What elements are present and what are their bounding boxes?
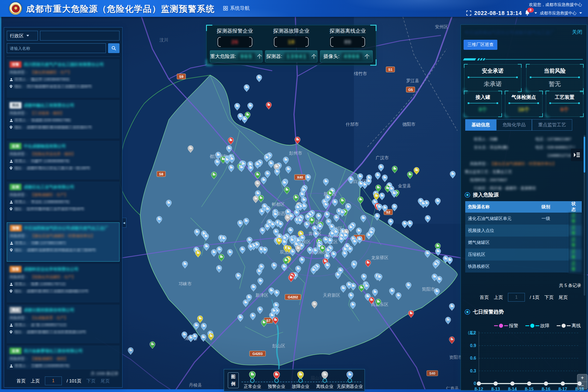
hazard-table-row[interactable]: 液化石油气储罐区单元一级正常 (465, 213, 582, 225)
3d-patrol-button[interactable]: 三维厂区巡查 (464, 40, 497, 50)
hazard-table-row[interactable]: 压缩机区正常 (465, 249, 582, 261)
company-card-title-row: 监测四川金象赛瑞化工股份有限公司 (10, 348, 117, 354)
legend-node-icon (250, 378, 255, 383)
company-card-title-row: 离线成都云图控股股份有限公司 (10, 307, 117, 313)
map-legend: 图例 正常企业预警企业故障企业离线企业无探测器企业 (224, 369, 365, 391)
map-label-安州区: 安州区 (435, 24, 448, 29)
map-zoom-control: + − (577, 374, 587, 389)
hazard-name: 视频接入点位 (465, 225, 539, 237)
page-last[interactable]: 尾页 (559, 294, 568, 301)
page-prev[interactable]: 上页 (494, 294, 503, 301)
legend-item: 故障企业 (289, 371, 313, 390)
system-nav-button[interactable]: 系统导航 (223, 5, 250, 11)
promise-cards: 安全承诺未承诺当前风险暂无 (464, 64, 583, 92)
road-badge-label: S40 (429, 372, 435, 375)
equipment-count-value: 8个 (466, 106, 500, 113)
tab-基础信息[interactable]: 基础信息 (465, 119, 496, 131)
status-count-value-frame: 26 (217, 36, 253, 48)
risk-type-row: 风险类型：【危险化学品罐区 - 生产】 (10, 275, 117, 280)
org-dropdown[interactable]: 成都市应急救援中心 (540, 11, 577, 16)
equipment-count-title: 气体检测点 (507, 94, 541, 100)
risk-type-row: 风险类型：【液化烃储罐区 - 生产】 (10, 70, 117, 75)
page-next[interactable]: 下页 (86, 378, 96, 384)
welcome-text: 欢迎您，成都市应急救援中心 (529, 2, 582, 7)
company-card-title-row: 预警中石油西南油气田分公司成都天然气化工总厂 (10, 225, 117, 231)
zoom-in-button[interactable]: + (577, 374, 587, 382)
search-input[interactable] (7, 43, 106, 53)
collapse-panel-icon (573, 152, 580, 158)
legend-line (494, 325, 498, 326)
basic-info-grid: 联系人：刘峰电话：13738621987安全员：宋志和(兼)电话：028-848… (465, 135, 580, 192)
info-row: 重点监管工艺：无重点工艺 (465, 168, 580, 176)
risk-type-row: 风险类型：【合成氨装置 - 生产】 (10, 316, 117, 320)
company-card[interactable]: 离线成都云图控股股份有限公司风险类型：【合成氨装置 - 生产】联系人： 赵 强 … (7, 305, 120, 343)
hazard-name: 压缩机区 (465, 249, 539, 261)
page-first[interactable]: 首页 (17, 378, 26, 384)
page-input[interactable] (508, 293, 525, 302)
scrollbar-thumb[interactable] (584, 137, 585, 173)
section-bullet-icon (465, 192, 470, 198)
info-label: 电话： (522, 143, 547, 160)
district-select-label: 行政区 (10, 33, 24, 39)
map-label-郫都区: 郫都区 (272, 202, 285, 207)
sub-district-select[interactable] (40, 31, 120, 41)
company-name: 中石油西南油气田分公司成都天然气化工总厂 (24, 225, 108, 231)
company-card[interactable]: 报警四川西部天然气产业化工园区有限责任公司风险类型：【液化烃储罐区 - 生产】联… (7, 59, 120, 98)
fullscreen-icon[interactable] (466, 10, 471, 16)
company-name: 中化成都物流有限公司 (24, 143, 66, 149)
company-card[interactable]: 监测四川金象赛瑞化工股份有限公司风险类型：【液氨储罐区 - 储存】联系人： 王晓… (7, 345, 120, 369)
info-row: 风险类型：【液化石油气储罐区 - 经营储存单位】 (465, 160, 580, 168)
company-list-panel: 行政区 报警四川西部天然气产业化工园区有限责任公司风险类型：【液化烃储罐区 - … (4, 27, 122, 388)
map-label-新津区: 新津区 (255, 293, 268, 298)
map-label-金堂县: 金堂县 (398, 183, 411, 188)
data-point-离线 (527, 382, 531, 386)
equipment-count-cards: 接入罐8个气体检测点16个工艺装置6个 (464, 91, 583, 117)
sidebar-collapse-tab[interactable]: ◀ (122, 218, 126, 228)
hazard-table-row[interactable]: 燃气储罐区正常 (465, 237, 582, 249)
status-count-value: 26 (231, 39, 238, 45)
company-detail-panel: 中石油西南油气田分公司成都天然气化工总厂 关闭 三维厂区巡查 安全承诺未承诺当前… (461, 24, 587, 390)
person-icon (10, 323, 13, 327)
map-label-汶川: 汶川 (160, 38, 168, 42)
info-label: 电话： (522, 135, 547, 143)
road-badge-label: G4202 (288, 295, 298, 299)
page-prev[interactable]: 上页 (31, 378, 40, 384)
search-button[interactable] (108, 43, 120, 53)
page-last[interactable]: 尾页 (100, 378, 110, 384)
promise-card: 安全承诺未承诺 (464, 64, 521, 92)
district-select[interactable]: 行政区 (7, 31, 38, 41)
app-logo (9, 2, 22, 15)
road-badge-label: S1 (388, 68, 392, 72)
tab-危险化学品[interactable]: 危险化学品 (496, 119, 532, 131)
company-card[interactable]: 预警中石油西南油气田分公司成都天然气化工总厂风险类型：【液化石油气储罐区 - 经… (7, 222, 120, 262)
promise-card-value: 暂无 (528, 80, 581, 88)
legend-line (535, 325, 539, 326)
company-card[interactable]: 预警成都科宏达化学有限责任公司风险类型：【危险化学品罐区 - 生产】联系人： 陈… (7, 264, 120, 302)
company-card[interactable]: 监测成都石化工业气体有限公司风险类型：【液氧储罐区 - 生产】联系人： 李志红 … (7, 182, 120, 220)
legend-node-icon (274, 378, 279, 383)
hazard-table-row[interactable]: 铁路栈桥区正常 (465, 261, 582, 272)
page-first[interactable]: 首页 (480, 294, 489, 301)
company-card[interactable]: 离线成都华融化工有限责任公司风险类型：【工业链条 - 储存】联系人： 张成国 (… (7, 100, 120, 139)
panel-collapse-button[interactable] (571, 149, 583, 161)
hazard-table-row[interactable]: 视频接入点位正常 (465, 225, 582, 237)
data-point-离线 (494, 382, 498, 386)
location-icon (10, 248, 13, 252)
status-badge: 监测 (10, 184, 22, 190)
device-counter-value: 965 (238, 53, 255, 60)
page-next[interactable]: 下页 (544, 294, 554, 301)
company-card[interactable]: 监测中化成都物流有限公司风险类型：【危险化学品仓库 - 储存】联系人： 刘建平 … (7, 141, 120, 179)
contact-row: 联系人： 赵 强 (13908527112) (10, 323, 117, 327)
x-tick-label: 8-17 (558, 387, 567, 391)
notification-bell[interactable]: 0 (525, 10, 532, 16)
zoom-out-button[interactable]: − (577, 382, 587, 389)
page-title: 成都市重大危险源（危险化学品）监测预警系统 (26, 3, 215, 15)
legend-title: 图例 (228, 372, 239, 388)
y-tick-label: 0.6 (470, 356, 476, 360)
page-input[interactable] (45, 376, 62, 385)
tab-重点监管工艺[interactable]: 重点监管工艺 (532, 119, 572, 131)
info-value: 【液化石油气储罐区 - 经营储存单位】 (490, 160, 556, 168)
panel-scrollbar (584, 135, 585, 296)
hazard-name: 燃气储罐区 (465, 237, 539, 249)
close-button[interactable]: 关闭 (572, 29, 582, 36)
